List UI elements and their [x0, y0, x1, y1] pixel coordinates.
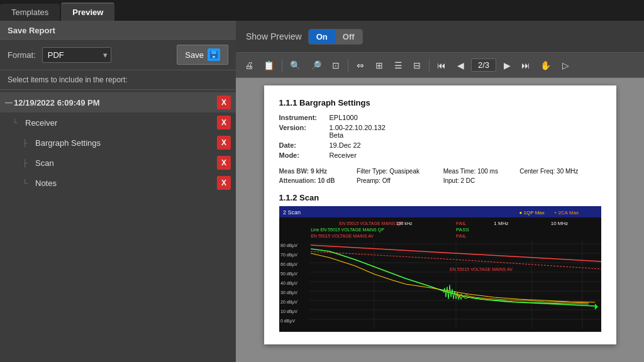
- toggle-on-button[interactable]: On: [309, 30, 335, 44]
- remove-notes-button[interactable]: X: [217, 176, 231, 190]
- section1-title: 1.1.1 Bargraph Settings: [279, 98, 601, 107]
- date-label: Date:: [279, 140, 330, 150]
- format-row: Format: PDF Word HTML Save: [0, 40, 236, 70]
- remove-bargraph-button[interactable]: X: [217, 136, 231, 150]
- zoom-in-button[interactable]: 🔎: [307, 57, 325, 74]
- svg-rect-3: [213, 56, 215, 58]
- toolbar: 🖨 📋 🔍 🔎 ⊡ ⇔ ⊞ ☰ ⊟ ⏮ ◀ 2/3 ▶ ⏭ ✋ ▷: [236, 53, 644, 78]
- columns-button[interactable]: ☰: [390, 57, 406, 74]
- svg-text:70 dBμV: 70 dBμV: [280, 253, 297, 258]
- last-page-button[interactable]: ⏭: [518, 57, 534, 74]
- pan-button[interactable]: ⇔: [352, 57, 369, 74]
- input: Input: 2 DC: [443, 176, 520, 185]
- page-indicator: 2/3: [471, 58, 496, 72]
- remove-receiver-button[interactable]: X: [217, 116, 231, 129]
- preview-bar: Show Preview On Off: [236, 21, 644, 53]
- svg-text:FAIL: FAIL: [456, 233, 467, 239]
- svg-text:PASS: PASS: [456, 227, 469, 233]
- left-panel: Save Report Format: PDF Word HTML Save: [0, 21, 236, 362]
- svg-text:1 MHz: 1 MHz: [494, 221, 508, 226]
- toggle-off-button[interactable]: Off: [335, 30, 362, 44]
- svg-text:10 MHz: 10 MHz: [550, 221, 568, 226]
- mode-value: Receiver: [330, 150, 601, 160]
- meas-table: Meas BW: 9 kHz Filter Type: Quasipeak Me…: [279, 167, 601, 185]
- save-icon: [208, 48, 220, 61]
- tree-item-bargraph: ├ Bargraph Settings X: [0, 133, 236, 153]
- layout-button[interactable]: ⊞: [371, 57, 387, 74]
- instrument-value: EPL1000: [330, 112, 601, 123]
- hand-tool-button[interactable]: ✋: [536, 57, 555, 74]
- arrow-button[interactable]: ▷: [557, 57, 574, 74]
- meas-time: Meas Time: 100 ms: [443, 167, 520, 176]
- date-value: 19.Dec 22: [330, 140, 601, 150]
- tree-item-receiver: └ Receiver X: [0, 112, 236, 133]
- toggle-group: On Off: [308, 29, 363, 45]
- prev-page-button[interactable]: ◀: [452, 57, 469, 74]
- svg-text:0 dBμV: 0 dBμV: [280, 319, 295, 324]
- toolbar-separator-1: [282, 59, 282, 72]
- svg-text:EN 55015 VOLTAGE MAINS AV: EN 55015 VOLTAGE MAINS AV: [450, 267, 513, 272]
- right-panel: Show Preview On Off 🖨 📋 🔍 🔎 ⊡ ⇔ ⊞ ☰ ⊟ ⏮ …: [236, 21, 644, 362]
- preview-page: 1.1.1 Bargraph Settings Instrument: EPL1…: [264, 85, 616, 344]
- svg-text:20 dBμV: 20 dBμV: [280, 300, 297, 305]
- show-preview-label: Show Preview: [246, 31, 302, 41]
- grid-button[interactable]: ⊟: [409, 57, 425, 74]
- tree-item-notes: └ Notes X: [0, 173, 236, 193]
- remove-scan-button[interactable]: X: [217, 156, 231, 170]
- toolbar-separator-3: [429, 59, 430, 72]
- svg-text:50 dBμV: 50 dBμV: [280, 272, 297, 277]
- tree-item-root: — 12/19/2022 6:09:49 PM X: [0, 92, 236, 112]
- svg-text:2 Scan: 2 Scan: [283, 209, 301, 216]
- tree-list: — 12/19/2022 6:09:49 PM X └ Receiver X ├…: [0, 90, 236, 362]
- svg-text:100 kHz: 100 kHz: [396, 221, 412, 226]
- zoom-out-button[interactable]: 🔍: [286, 57, 304, 74]
- svg-text:Line EN 55015 VOLTAGE MAINS QP: Line EN 55015 VOLTAGE MAINS QP: [311, 228, 384, 233]
- zoom-fit-button[interactable]: ⊡: [328, 57, 344, 74]
- svg-text:40 dBμV: 40 dBμV: [280, 281, 297, 286]
- copy-button[interactable]: 📋: [260, 57, 278, 74]
- section2-title: 1.1.2 Scan: [279, 193, 601, 202]
- tab-preview[interactable]: Preview: [61, 3, 114, 21]
- svg-text:+ 2CA Max: + 2CA Max: [553, 210, 578, 216]
- svg-text:EN 55015 VOLTAGE MAINS AV: EN 55015 VOLTAGE MAINS AV: [311, 234, 374, 238]
- connector-bargraph: ├: [23, 139, 35, 146]
- format-select[interactable]: PDF Word HTML: [42, 47, 111, 63]
- print-button[interactable]: 🖨: [241, 57, 257, 74]
- instrument-label: Instrument:: [279, 112, 330, 123]
- connector-scan: ├: [23, 159, 35, 167]
- svg-text:EN 55015 VOLTAGE MAINS QP: EN 55015 VOLTAGE MAINS QP: [339, 221, 403, 226]
- connector-notes: └: [23, 179, 35, 187]
- svg-text:80 dBμV: 80 dBμV: [280, 243, 297, 248]
- scan-chart: 2 Scan ● 1QP Max + 2CA Max EN 55015 VOLT…: [279, 206, 601, 332]
- mode-label: Mode:: [279, 150, 330, 160]
- select-items-label: Select items to include in the report:: [0, 70, 236, 90]
- remove-root-button[interactable]: X: [217, 96, 231, 109]
- attenuation: Attenuation: 10 dB: [279, 176, 357, 185]
- meas-bw: Meas BW: 9 kHz: [279, 167, 357, 176]
- svg-rect-1: [211, 51, 216, 54]
- first-page-button[interactable]: ⏮: [433, 57, 450, 74]
- save-button[interactable]: Save: [177, 45, 228, 65]
- save-report-bar: Save Report: [0, 21, 236, 40]
- preamp: Preamp: Off: [357, 176, 443, 185]
- expander-root[interactable]: —: [5, 98, 14, 107]
- tree-item-scan: ├ Scan X: [0, 153, 236, 173]
- svg-text:10 dBμV: 10 dBμV: [280, 309, 297, 314]
- toolbar-separator-2: [348, 59, 348, 72]
- tab-templates[interactable]: Templates: [0, 4, 60, 21]
- svg-text:30 dBμV: 30 dBμV: [280, 290, 297, 295]
- version-value: 1.00-22.10.20.132Beta: [330, 123, 601, 140]
- preview-content[interactable]: 1.1.1 Bargraph Settings Instrument: EPL1…: [236, 78, 644, 362]
- filter-type: Filter Type: Quasipeak: [357, 167, 443, 176]
- svg-text:FAIL: FAIL: [456, 221, 467, 226]
- svg-text:● 1QP Max: ● 1QP Max: [519, 210, 544, 216]
- format-label: Format:: [8, 50, 36, 60]
- svg-text:60 dBμV: 60 dBμV: [280, 262, 297, 267]
- tab-bar: Templates Preview: [0, 0, 644, 21]
- info-table: Instrument: EPL1000 Version: 1.00-22.10.…: [279, 112, 601, 160]
- svg-rect-5: [279, 206, 601, 217]
- next-page-button[interactable]: ▶: [499, 57, 515, 74]
- connector-receiver: └: [13, 119, 25, 126]
- center-freq: Center Freq: 30 MHz: [519, 167, 601, 176]
- version-label: Version:: [279, 123, 330, 140]
